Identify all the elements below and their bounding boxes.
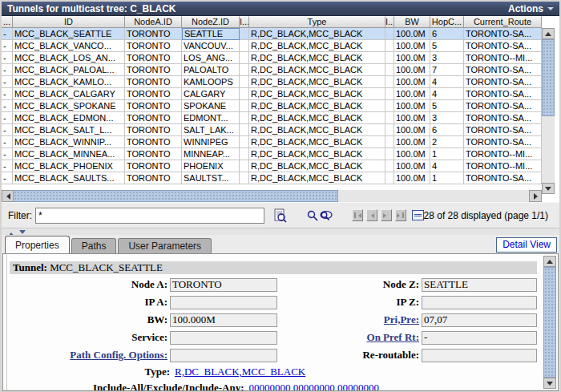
table-cell[interactable]: - [2, 148, 13, 160]
detail-view-button[interactable]: Detail View [496, 237, 557, 253]
column-header[interactable]: I... [385, 16, 394, 28]
table-cell[interactable]: 2 [430, 136, 464, 148]
last-page-button[interactable] [395, 209, 406, 221]
table-cell[interactable]: 100.0M [394, 52, 430, 64]
table-cell[interactable] [385, 124, 394, 136]
table-cell[interactable] [240, 160, 249, 172]
table-cell[interactable]: 100.0M [394, 124, 430, 136]
table-cell[interactable] [240, 64, 249, 76]
table-cell[interactable]: MCC_BLACK_EDMON... [13, 112, 125, 124]
table-cell[interactable]: MCC_BLACK_SEATTLE [13, 28, 125, 40]
table-cell[interactable]: TORONTO-SA... [464, 136, 542, 148]
field-value-node-z[interactable]: SEATTLE [422, 278, 537, 292]
table-cell[interactable]: 100.0M [394, 88, 430, 100]
scrollbar-thumb[interactable] [13, 190, 338, 202]
table-cell[interactable]: SPOKANE [182, 100, 240, 112]
table-cell[interactable]: 1 [430, 172, 464, 184]
table-cell[interactable] [385, 76, 394, 88]
filter-details-icon[interactable] [273, 208, 288, 224]
table-cell[interactable]: 100.0M [394, 64, 430, 76]
scroll-right-button[interactable] [529, 190, 542, 202]
table-row[interactable]: -MCC_BLACK_SAULTS...TORONTOSAULTST...R,D… [2, 172, 542, 184]
table-cell[interactable]: MCC_BLACK_SPOKANE [13, 100, 125, 112]
table-cell[interactable]: 100.0M [394, 136, 430, 148]
table-cell[interactable]: EDMONT... [182, 112, 240, 124]
table-cell[interactable]: - [2, 112, 13, 124]
column-header[interactable]: Type [249, 16, 385, 28]
table-cell[interactable]: KAMLOOPS [182, 76, 240, 88]
field-value-node-a[interactable]: TORONTO [170, 278, 277, 292]
table-cell[interactable]: LOS_ANG... [182, 52, 240, 64]
table-cell[interactable] [240, 28, 249, 40]
column-header[interactable]: NodeZ.ID [182, 16, 240, 28]
table-cell[interactable]: MINNEAP... [182, 148, 240, 160]
table-cell[interactable]: TORONTO [125, 64, 182, 76]
table-vertical-scrollbar[interactable] [542, 28, 555, 194]
table-row[interactable]: -MCC_BLACK_EDMON...TORONTOEDMONT...R,DC_… [2, 112, 542, 124]
table-cell[interactable]: R,DC_BLACK,MCC_BLACK [249, 64, 385, 76]
table-cell[interactable]: TORONTO-SA... [464, 40, 542, 52]
table-cell[interactable]: - [2, 28, 13, 40]
table-cell[interactable]: MCC_BLACK_SALT_L... [13, 124, 125, 136]
include-value-link[interactable]: 00000000 00000000 00000000 [249, 382, 380, 391]
table-cell[interactable]: R,DC_BLACK,MCC_BLACK [249, 76, 385, 88]
scroll-down-button[interactable] [543, 378, 556, 389]
table-cell[interactable]: TORONTO [125, 76, 182, 88]
table-cell[interactable]: TORONTO-SA... [464, 76, 542, 88]
table-cell[interactable]: - [2, 160, 13, 172]
table-cell[interactable]: R,DC_BLACK,MCC_BLACK [249, 88, 385, 100]
table-cell[interactable] [385, 52, 394, 64]
table-cell[interactable] [240, 136, 249, 148]
table-cell[interactable]: MCC_BLACK_SAULTS... [13, 172, 125, 184]
table-cell[interactable]: 5 [430, 40, 464, 52]
column-header[interactable]: NodeA.ID [125, 16, 182, 28]
table-cell[interactable]: TORONTO-SA... [464, 112, 542, 124]
table-cell[interactable]: 100.0M [394, 100, 430, 112]
field-label-on-pref-rt[interactable]: On Pref Rt: [300, 331, 422, 344]
table-cell[interactable]: TORONTO [125, 28, 182, 40]
table-cell[interactable]: TORONTO [125, 52, 182, 64]
tab-properties[interactable]: Properties [5, 236, 70, 253]
properties-vertical-scrollbar[interactable] [543, 256, 556, 389]
table-row[interactable]: -MCC_BLACK_SALT_L...TORONTOSALT_LAK...R,… [2, 124, 542, 136]
table-cell[interactable]: - [2, 76, 13, 88]
table-cell[interactable]: 4 [430, 88, 464, 100]
table-cell[interactable]: 3 [430, 112, 464, 124]
table-cell[interactable]: R,DC_BLACK,MCC_BLACK [249, 100, 385, 112]
table-cell[interactable]: R,DC_BLACK,MCC_BLACK [249, 172, 385, 184]
type-value-link[interactable]: R,DC_BLACK,MCC_BLACK [175, 366, 305, 378]
table-cell[interactable]: TORONTO-SA... [464, 64, 542, 76]
previous-page-button[interactable] [366, 209, 377, 221]
table-cell[interactable] [385, 160, 394, 172]
table-cell[interactable]: R,DC_BLACK,MCC_BLACK [249, 40, 385, 52]
table-cell[interactable]: 100.0M [394, 40, 430, 52]
table-cell[interactable]: SAULTST... [182, 172, 240, 184]
table-cell[interactable]: 6 [430, 124, 464, 136]
table-cell[interactable]: 6 [430, 28, 464, 40]
table-row[interactable]: -MCC_BLACK_VANCO...TORONTOVANCOUV...R,DC… [2, 40, 542, 52]
scrollbar-thumb[interactable] [543, 267, 556, 378]
table-cell[interactable] [240, 40, 249, 52]
next-page-button[interactable] [381, 209, 392, 221]
table-cell[interactable] [240, 76, 249, 88]
field-value-ip-z[interactable] [422, 296, 537, 309]
field-label-path-config-options[interactable]: Path Config. Options: [10, 349, 170, 362]
table-cell[interactable]: MCC_BLACK_CALGARY [13, 88, 125, 100]
table-cell[interactable]: TORONTO-SA... [464, 88, 542, 100]
table-cell[interactable]: R,DC_BLACK,MCC_BLACK [249, 136, 385, 148]
table-row[interactable]: -MCC_BLACK_SPOKANETORONTOSPOKANER,DC_BLA… [2, 100, 542, 112]
table-row[interactable]: -MCC_BLACK_PHOENIXTORONTOPHOENIXR,DC_BLA… [2, 160, 542, 172]
field-value-ip-a[interactable] [170, 296, 277, 309]
scrollbar-thumb[interactable] [542, 39, 555, 116]
table-cell[interactable]: 7 [430, 64, 464, 76]
table-cell[interactable]: TORONTO--MI... [464, 160, 542, 172]
column-header[interactable]: ID [13, 16, 125, 28]
table-cell[interactable] [240, 148, 249, 160]
table-cell[interactable]: - [2, 40, 13, 52]
table-cell[interactable] [385, 28, 394, 40]
table-cell[interactable]: TORONTO-SA... [464, 100, 542, 112]
field-value-bw[interactable]: 100.000M [170, 313, 277, 327]
table-cell[interactable]: MCC_BLACK_LOS_AN... [13, 52, 125, 64]
table-cell[interactable]: SEATTLE [182, 28, 240, 40]
table-cell[interactable]: PHOENIX [182, 160, 240, 172]
